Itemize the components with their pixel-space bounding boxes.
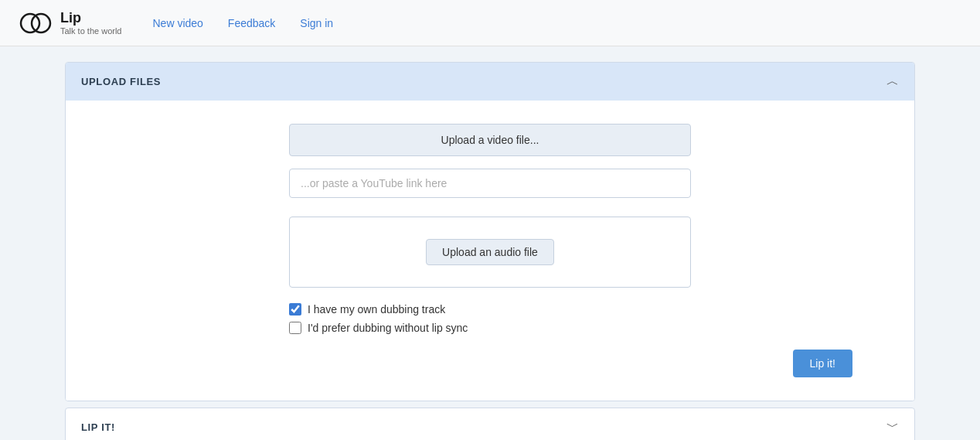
lip-it-area: Lip it! <box>81 350 899 377</box>
lip-it-section-title: LIP IT! <box>81 421 115 433</box>
logo-icon <box>19 6 53 40</box>
upload-files-body: Upload a video file... Upload an audio f… <box>66 101 914 401</box>
no-lip-sync-label: I'd prefer dubbing without lip sync <box>308 322 468 334</box>
header: Lip Talk to the world New video Feedback… <box>0 0 980 46</box>
no-lip-sync-row[interactable]: I'd prefer dubbing without lip sync <box>289 322 691 334</box>
own-dubbing-checkbox[interactable] <box>289 303 301 316</box>
nav-sign-in[interactable]: Sign in <box>294 14 339 32</box>
logo-title: Lip <box>60 10 121 27</box>
upload-files-header[interactable]: UPLOAD FILES ︿ <box>66 63 914 101</box>
own-dubbing-label: I have my own dubbing track <box>308 303 445 316</box>
no-lip-sync-checkbox[interactable] <box>289 322 301 334</box>
upload-video-button[interactable]: Upload a video file... <box>289 124 691 156</box>
svg-point-0 <box>21 14 39 32</box>
nav-feedback[interactable]: Feedback <box>222 14 281 32</box>
upload-files-section: UPLOAD FILES ︿ Upload a video file... Up… <box>65 62 915 401</box>
own-dubbing-row[interactable]: I have my own dubbing track <box>289 303 691 316</box>
chevron-up-icon: ︿ <box>886 73 899 90</box>
main-content: UPLOAD FILES ︿ Upload a video file... Up… <box>49 62 931 440</box>
lip-it-button[interactable]: Lip it! <box>793 350 852 377</box>
upload-files-title: UPLOAD FILES <box>81 76 161 87</box>
logo-text: Lip Talk to the world <box>60 10 121 36</box>
lip-it-section[interactable]: LIP IT! ﹀ <box>65 408 915 440</box>
audio-upload-area: Upload an audio file <box>289 217 691 288</box>
logo-subtitle: Talk to the world <box>60 26 121 36</box>
youtube-link-input[interactable] <box>289 169 691 198</box>
upload-audio-button[interactable]: Upload an audio file <box>426 239 554 265</box>
svg-point-1 <box>32 14 50 32</box>
nav-new-video[interactable]: New video <box>146 14 209 32</box>
checkbox-area: I have my own dubbing track I'd prefer d… <box>289 303 691 334</box>
chevron-down-icon: ﹀ <box>886 419 899 435</box>
logo-area: Lip Talk to the world <box>19 6 121 40</box>
